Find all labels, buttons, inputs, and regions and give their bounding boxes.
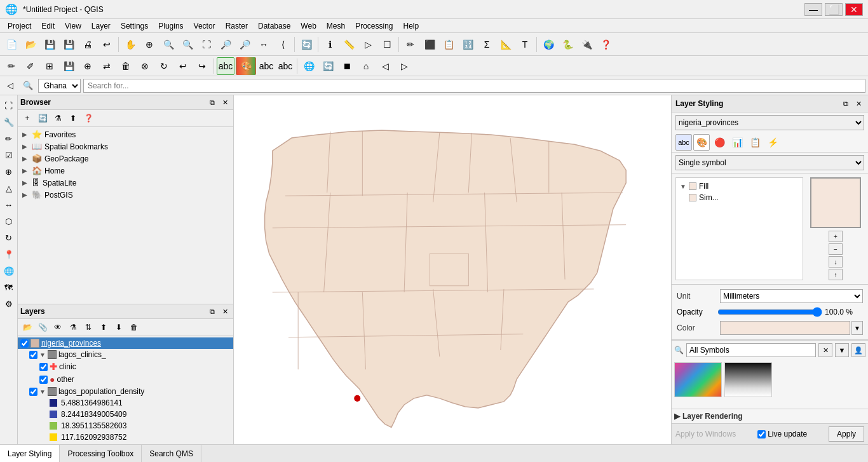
attribute-button[interactable]: 📋: [440, 36, 458, 53]
layer-clinic[interactable]: ✚ clinic: [18, 360, 233, 373]
undo-edit-button[interactable]: ↩: [174, 57, 192, 75]
preview-remove-button[interactable]: −: [829, 243, 843, 255]
label-button[interactable]: T: [516, 36, 534, 53]
sidebar-icon-11[interactable]: 🌐: [1, 263, 17, 278]
layer-checkbox-lagos-clinics[interactable]: [29, 351, 37, 359]
apply-button[interactable]: Apply: [829, 426, 864, 442]
menu-plugins[interactable]: Plugins: [153, 20, 188, 32]
browser-item-postgis[interactable]: ▶ 🐘 PostGIS: [18, 189, 233, 201]
live-update-checkbox[interactable]: [757, 430, 766, 438]
python-button[interactable]: 🐍: [559, 36, 576, 53]
menu-view[interactable]: View: [60, 20, 86, 32]
sidebar-icon-8[interactable]: ⬡: [1, 214, 17, 229]
layers-filter-button[interactable]: ⚗: [66, 320, 80, 334]
print-button[interactable]: 🖨: [79, 36, 97, 53]
measure-button[interactable]: 📏: [340, 36, 358, 53]
calculator-button[interactable]: 🔢: [459, 36, 477, 53]
layer-pop3[interactable]: 18.3951135582603: [18, 420, 233, 431]
sum-button[interactable]: Σ: [478, 36, 496, 53]
menu-mesh[interactable]: Mesh: [322, 20, 350, 32]
tab-layer-styling[interactable]: Layer Styling: [0, 445, 60, 462]
web-nav-button[interactable]: 🌐: [300, 57, 318, 75]
sidebar-icon-12[interactable]: 🗺: [1, 280, 17, 295]
layer-checkbox-population[interactable]: [29, 388, 37, 396]
layer-checkbox-nigeria-provinces[interactable]: [20, 339, 29, 348]
unit-value-area[interactable]: Millimeters Pixels Points: [720, 289, 863, 303]
browser-panel-controls[interactable]: ⧉ ✕: [207, 97, 231, 108]
sidebar-icon-5[interactable]: ⊕: [1, 164, 17, 179]
styling-tab-labels[interactable]: abc: [675, 134, 692, 151]
menu-layer[interactable]: Layer: [86, 20, 116, 32]
redo-edit-button[interactable]: ↪: [193, 57, 211, 75]
color-swatch[interactable]: [720, 321, 850, 335]
layer-admin-boundary[interactable]: lagos_admin_boundary: [18, 443, 233, 444]
select-feature-button[interactable]: ▷: [359, 36, 377, 53]
feature-button[interactable]: ⬛: [421, 36, 438, 53]
menu-settings[interactable]: Settings: [116, 20, 153, 32]
layers-up-button[interactable]: ⬆: [97, 320, 111, 334]
layer-checkbox-clinic[interactable]: [39, 363, 48, 371]
browser-float-button[interactable]: ⧉: [207, 97, 218, 108]
browser-item-geopackage[interactable]: ▶ 📦 GeoPackage: [18, 153, 233, 165]
web-stop-button[interactable]: ⏹: [338, 57, 356, 75]
menu-help[interactable]: Help: [398, 20, 424, 32]
menu-web[interactable]: Web: [295, 20, 321, 32]
sidebar-icon-10[interactable]: 📍: [1, 247, 17, 262]
menu-raster[interactable]: Raster: [220, 20, 253, 32]
map-area[interactable]: [234, 95, 671, 444]
sidebar-icon-7[interactable]: ↔: [1, 197, 17, 212]
browser-item-bookmarks[interactable]: ▶ 📖 Spatial Bookmarks: [18, 140, 233, 153]
menu-database[interactable]: Database: [253, 20, 295, 32]
layers-add-button[interactable]: 📎: [36, 320, 50, 334]
save-button[interactable]: 💾: [41, 36, 58, 53]
label-move-button[interactable]: abc: [276, 57, 294, 75]
zoom-in-button[interactable]: 🔍: [159, 36, 177, 53]
browser-collapse-button[interactable]: ⬆: [66, 111, 80, 125]
styling-layer-select[interactable]: nigeria_provinces: [675, 115, 864, 130]
layer-pop2[interactable]: 8.24418349005409: [18, 409, 233, 420]
add-feature-point-button[interactable]: ⊕: [79, 57, 97, 75]
layers-remove-button[interactable]: 🗑: [127, 320, 141, 334]
preview-add-button[interactable]: +: [829, 231, 843, 242]
symbols-dropdown-button[interactable]: ▼: [835, 343, 849, 357]
layer-checkbox-other[interactable]: [39, 376, 48, 384]
symbol-swatch-2[interactable]: [724, 362, 772, 397]
browser-item-spatialite[interactable]: ▶ 🗄 SpatiaLite: [18, 177, 233, 189]
layers-sort-button[interactable]: ⇅: [81, 320, 95, 334]
pan-selection-button[interactable]: ↔: [255, 36, 273, 53]
styling-float-button[interactable]: ⧉: [840, 98, 851, 109]
opacity-slider[interactable]: [717, 307, 822, 317]
symbols-add-button[interactable]: 👤: [851, 343, 865, 357]
delete-button[interactable]: 🗑: [117, 57, 135, 75]
web-forward-button[interactable]: ▷: [395, 57, 413, 75]
layer-rendering-header[interactable]: ▶ Layer Rendering: [672, 409, 868, 423]
layer-nigeria-provinces[interactable]: nigeria_provinces: [18, 337, 233, 349]
web-home-button[interactable]: ⌂: [357, 57, 375, 75]
identify-button[interactable]: ℹ: [321, 36, 339, 53]
zoom-full-button[interactable]: ⛶: [198, 36, 215, 53]
minimize-button[interactable]: —: [804, 3, 822, 16]
layers-visibility-button[interactable]: 👁: [51, 320, 65, 334]
browser-add-button[interactable]: +: [20, 111, 34, 125]
layers-open-button[interactable]: 📂: [20, 320, 34, 334]
layer-pop1[interactable]: 5.4881364986141: [18, 397, 233, 409]
close-button[interactable]: ✕: [845, 3, 863, 16]
undo-button[interactable]: ↩: [98, 36, 116, 53]
preview-down-button[interactable]: ↓: [829, 256, 843, 268]
live-update-label[interactable]: Live update: [757, 430, 807, 438]
edit-node-button[interactable]: ⊞: [41, 57, 58, 75]
styling-tree-item-fill[interactable]: ▼ Fill: [679, 180, 800, 192]
layers-panel-controls[interactable]: ⧉ ✕: [207, 306, 231, 317]
gradient-button[interactable]: 🎨: [236, 57, 256, 75]
web-reload-button[interactable]: 🔄: [319, 57, 337, 75]
refresh-button[interactable]: 🔄: [297, 36, 315, 53]
move-feature-button[interactable]: ⇄: [98, 57, 116, 75]
color-value-area[interactable]: ▼: [720, 321, 863, 335]
plugin-button[interactable]: 🔌: [578, 36, 595, 53]
edit-pencil-button[interactable]: ✐: [22, 57, 39, 75]
symbol-swatch-1[interactable]: [674, 362, 722, 397]
new-button[interactable]: 📄: [3, 36, 20, 53]
zoom-layer-button[interactable]: 🔎: [217, 36, 234, 53]
digitize-button[interactable]: ✏: [402, 36, 419, 53]
menu-edit[interactable]: Edit: [36, 20, 60, 32]
